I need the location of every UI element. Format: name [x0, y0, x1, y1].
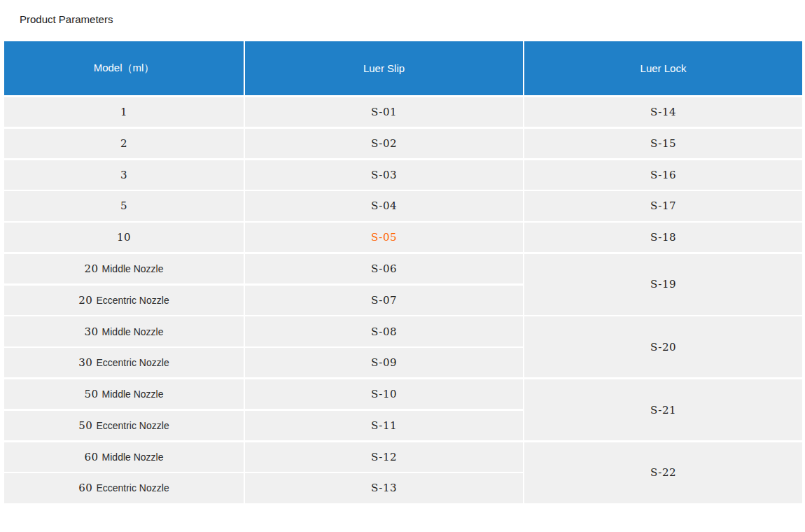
- model-nozzle-label: Middle Nozzle: [102, 326, 164, 337]
- model-nozzle-label: Middle Nozzle: [102, 451, 164, 463]
- luer-slip-code: S-08: [371, 326, 397, 338]
- model-number: 30: [84, 326, 98, 338]
- luer-slip-cell: S-09: [245, 348, 523, 377]
- model-cell: 1: [4, 97, 244, 127]
- luer-lock-code: S-15: [650, 137, 676, 150]
- model-number: 1: [120, 106, 127, 118]
- model-nozzle-label: Middle Nozzle: [102, 263, 164, 274]
- luer-lock-cell: S-16: [524, 160, 802, 190]
- model-number: 60: [78, 482, 92, 494]
- luer-slip-cell: S-02: [245, 129, 523, 158]
- luer-slip-code: S-11: [371, 419, 397, 432]
- luer-slip-code: S-04: [371, 200, 397, 212]
- luer-lock-code: S-20: [650, 341, 676, 354]
- model-cell: 60Middle Nozzle: [4, 442, 244, 472]
- luer-slip-cell: S-03: [245, 160, 523, 190]
- luer-lock-code: S-16: [650, 169, 676, 181]
- model-number: 5: [120, 200, 127, 212]
- model-nozzle-label: Eccentric Nozzle: [96, 357, 169, 368]
- luer-slip-cell: S-06: [245, 254, 523, 284]
- model-nozzle-label: Middle Nozzle: [102, 388, 164, 400]
- luer-slip-code: S-03: [371, 169, 397, 181]
- model-number: 60: [84, 451, 98, 463]
- luer-slip-cell: S-08: [245, 316, 523, 346]
- luer-lock-cell: S-20: [524, 316, 802, 377]
- column-header-luer-lock: Luer Lock: [524, 41, 802, 95]
- luer-slip-code: S-01: [371, 106, 397, 118]
- model-number: 20: [84, 262, 98, 275]
- model-cell: 50Eccentric Nozzle: [4, 411, 244, 440]
- model-cell: 20Middle Nozzle: [4, 254, 244, 284]
- model-number: 50: [78, 419, 92, 432]
- model-cell: 60Eccentric Nozzle: [4, 473, 244, 503]
- model-cell: 5: [4, 191, 244, 220]
- model-nozzle-label: Eccentric Nozzle: [96, 295, 169, 306]
- luer-lock-code: S-21: [650, 404, 676, 416]
- luer-slip-code: S-02: [371, 137, 397, 150]
- luer-lock-cell: S-15: [524, 129, 802, 158]
- page-title: Product Parameters: [20, 13, 113, 25]
- luer-slip-code: S-05: [371, 231, 397, 244]
- model-cell: 2: [4, 129, 244, 158]
- luer-lock-code: S-19: [650, 278, 676, 290]
- product-parameters-table: Model（ml） Luer Slip Luer Lock 1S-012S-02…: [4, 41, 802, 503]
- luer-lock-code: S-14: [650, 106, 676, 118]
- model-number: 30: [78, 356, 92, 369]
- column-header-luer-slip: Luer Slip: [245, 41, 523, 95]
- luer-slip-cell: S-12: [245, 442, 523, 472]
- luer-slip-cell: S-05: [245, 223, 523, 252]
- luer-lock-cell: S-21: [524, 379, 802, 440]
- luer-slip-code: S-06: [371, 262, 397, 275]
- luer-lock-code: S-17: [650, 200, 676, 212]
- model-nozzle-label: Eccentric Nozzle: [96, 420, 169, 431]
- luer-slip-code: S-09: [371, 356, 397, 369]
- luer-slip-code: S-10: [371, 388, 397, 400]
- model-cell: 10: [4, 223, 244, 252]
- luer-slip-cell: S-10: [245, 379, 523, 409]
- model-number: 20: [78, 294, 92, 307]
- model-nozzle-label: Eccentric Nozzle: [96, 482, 169, 493]
- luer-slip-cell: S-11: [245, 411, 523, 440]
- luer-lock-code: S-18: [650, 231, 676, 244]
- model-cell: 20Eccentric Nozzle: [4, 286, 244, 315]
- luer-slip-cell: S-01: [245, 97, 523, 127]
- luer-slip-code: S-12: [371, 451, 397, 463]
- model-cell: 30Middle Nozzle: [4, 316, 244, 346]
- luer-lock-cell: S-14: [524, 97, 802, 127]
- model-number: 50: [84, 388, 98, 400]
- model-number: 10: [117, 231, 131, 244]
- luer-lock-cell: S-22: [524, 442, 802, 503]
- luer-lock-cell: S-18: [524, 223, 802, 252]
- table-header-row: Model（ml） Luer Slip Luer Lock: [4, 41, 802, 95]
- luer-slip-code: S-13: [371, 482, 397, 494]
- luer-slip-cell: S-13: [245, 473, 523, 503]
- table-body: 1S-012S-023S-035S-0410S-0520Middle Nozzl…: [4, 97, 802, 503]
- luer-lock-cell: S-17: [524, 191, 802, 220]
- model-cell: 3: [4, 160, 244, 190]
- column-header-model: Model（ml）: [4, 41, 244, 95]
- luer-lock-cell: S-19: [524, 254, 802, 315]
- luer-slip-code: S-07: [371, 294, 397, 307]
- luer-slip-cell: S-07: [245, 286, 523, 315]
- luer-lock-code: S-22: [650, 466, 676, 479]
- model-cell: 50Middle Nozzle: [4, 379, 244, 409]
- model-number: 2: [120, 137, 127, 150]
- model-cell: 30Eccentric Nozzle: [4, 348, 244, 377]
- model-number: 3: [120, 169, 127, 181]
- luer-slip-cell: S-04: [245, 191, 523, 220]
